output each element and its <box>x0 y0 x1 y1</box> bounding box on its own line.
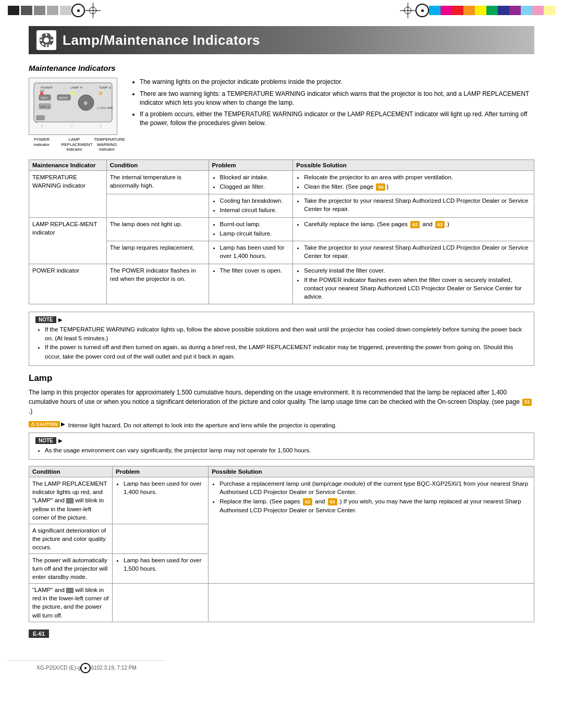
lamp-problem-4 <box>113 584 209 622</box>
lamp-col-problem: Problem <box>113 466 209 477</box>
reg-mark-bottom <box>80 663 91 673</box>
condition-lamp-1: The lamp does not light up. <box>106 218 209 241</box>
color-bars-left <box>8 6 71 15</box>
svg-text:⊙1: ⊙1 <box>40 89 44 92</box>
note-arrow-1: ▶ <box>58 317 63 323</box>
swatch-r2 <box>440 6 452 15</box>
swatch-r3 <box>452 6 463 15</box>
page-ref-51: 51 <box>522 399 532 406</box>
lamp-heading: Lamp <box>29 373 534 384</box>
svg-text:◁ VOLUME: ◁ VOLUME <box>96 106 113 109</box>
diagram-label-lamp: LAMP REPLACEMENT indicator <box>62 137 88 152</box>
condition-temp-2 <box>106 194 209 217</box>
svg-text:TEMP 🌡: TEMP 🌡 <box>99 86 112 89</box>
swatch-5 <box>60 6 71 15</box>
indicator-temp: TEMPERATURE WARNING indicator <box>29 170 107 217</box>
swatch-r7 <box>498 6 509 15</box>
problem-power: The filter cover is open. <box>209 264 293 304</box>
maintenance-bullets: The warning lights on the projector indi… <box>130 78 534 152</box>
title-bar: Lamp/Maintenance Indicators <box>29 26 534 54</box>
maintenance-section: POWER ⊙1 LAMP ☀ TEMP 🌡 ON I MUTE ⊕ ◁ VOL… <box>29 78 534 152</box>
maintenance-indicators-heading: Maintenance Indicators <box>29 64 534 72</box>
diagram-labels: POWER indicator LAMP REPLACEMENT indicat… <box>29 137 120 152</box>
note-item-1: If the TEMPERATURE WARNING indicator lig… <box>45 325 528 343</box>
page-ref-64: 64 <box>376 183 385 191</box>
note-list-2: As the usage environment can vary signif… <box>35 446 528 455</box>
caution-label: ⚠ CAUTION ▶ <box>29 421 65 427</box>
svg-point-26 <box>99 92 102 95</box>
page-code: E-61 <box>29 630 49 638</box>
lamp-solution-1: Purchase a replacement lamp unit (lamp/c… <box>209 477 534 584</box>
condition-lamp-2: The lamp requires replacement. <box>106 241 209 264</box>
note-label-2: NOTE <box>35 437 56 444</box>
reg-mark-right <box>415 4 429 17</box>
col-header-condition: Condition <box>106 159 209 170</box>
bottom-marks: XG-P25X/CD (E)-g 61 02.3.19, 7:12 PM <box>0 658 563 678</box>
caution-content: Intense light hazard. Do not attempt to … <box>68 421 337 429</box>
lamp-body-text: The lamp in this projector operates for … <box>29 388 534 416</box>
table-row-temp-1: TEMPERATURE WARNING indicator The intern… <box>29 170 534 194</box>
note-box-2: NOTE ▶ As the usage environment can vary… <box>29 433 534 460</box>
problem-temp-2: Cooling fan breakdown. Internal circuit … <box>209 194 293 217</box>
svg-text:OFF O: OFF O <box>40 105 50 108</box>
col-header-indicator: Maintenance Indicator <box>29 159 107 170</box>
reg-mark-left <box>71 4 85 17</box>
bullet-2: There are two warning lights: a TEMPERAT… <box>140 90 534 107</box>
lamp-condition-3: The power will automatically turn off an… <box>29 554 113 584</box>
svg-rect-27 <box>36 116 44 120</box>
swatch-r1 <box>429 6 440 15</box>
crosshair-circle-left <box>89 7 96 14</box>
lamp-problem-3: Lamp has been used for over 1,500 hours. <box>113 554 209 584</box>
lamp-condition-1: The LAMP REPLACEMENT indicator lights up… <box>29 477 113 524</box>
bullet-3: If a problem occurs, either the TEMPERAT… <box>140 110 534 128</box>
footer-pagenum: 61 <box>91 665 96 671</box>
swatch-r6 <box>486 6 498 15</box>
svg-text:LAMP ☀: LAMP ☀ <box>70 86 82 89</box>
note-header-1: NOTE ▶ <box>35 316 528 323</box>
crosshair-left <box>85 3 101 18</box>
footer-model: XG-P25X/CD (E)-g <box>36 665 80 671</box>
projector-diagram: POWER ⊙1 LAMP ☀ TEMP 🌡 ON I MUTE ⊕ ◁ VOL… <box>29 78 120 152</box>
indicator-power: POWER indicator <box>29 264 107 304</box>
problem-lamp-1: Burnt-out lamp. Lamp circuit failure. <box>209 218 293 241</box>
svg-rect-4 <box>40 40 42 41</box>
title-icon <box>36 30 56 50</box>
page-content: Lamp/Maintenance Indicators Maintenance … <box>0 21 563 653</box>
page-num-section: E-61 <box>29 630 534 638</box>
diagram-label-power: POWER indicator <box>29 137 55 152</box>
page-ref-63b: 63 <box>328 498 337 505</box>
lamp-condition-4: "LAMP" and will blink in red in the lowe… <box>29 584 113 622</box>
problem-temp-1: Blocked air intake. Clogged air filter. <box>209 170 293 194</box>
table-row-power: POWER indicator The POWER indicator flas… <box>29 264 534 304</box>
note-item-2: If the power is turned off and then turn… <box>45 343 528 361</box>
lamp-col-condition: Condition <box>29 466 113 477</box>
note-arrow-2: ▶ <box>58 438 63 443</box>
page-ref-62b: 62 <box>303 498 312 505</box>
note-item-3: As the usage environment can vary signif… <box>45 446 528 455</box>
solution-lamp-2: Take the projector to your nearest Sharp… <box>293 241 534 264</box>
swatch-2 <box>21 6 32 15</box>
reg-mark-left-inner <box>77 9 80 12</box>
note-list-1: If the TEMPERATURE WARNING indicator lig… <box>35 325 528 361</box>
col-header-solution: Possible Solution <box>293 159 534 170</box>
maintenance-table: Maintenance Indicator Condition Problem … <box>29 159 534 304</box>
swatch-r11 <box>544 6 555 15</box>
solution-power: Securely install the filter cover. If th… <box>293 264 534 304</box>
swatch-3 <box>34 6 45 15</box>
lamp-problem-1: Lamp has been used for over 1,400 hours. <box>113 477 209 524</box>
caution-arrow: ▶ <box>61 421 65 427</box>
reg-mark-right-inner <box>421 9 424 12</box>
swatch-r5 <box>475 6 486 15</box>
page-ref-62a: 62 <box>410 221 420 228</box>
print-marks-top <box>0 0 563 21</box>
svg-text:MUTE: MUTE <box>59 96 68 100</box>
indicator-lamp: LAMP REPLACE-MENT indicator <box>29 218 107 264</box>
lamp-condition-2: A significant deterioration of the pictu… <box>29 524 113 553</box>
solution-lamp-1: Carefully replace the lamp. (See pages 6… <box>293 218 534 241</box>
lamp-icon-inline-2 <box>66 588 74 593</box>
swatch-r8 <box>509 6 521 15</box>
swatch-r10 <box>532 6 544 15</box>
projector-image: POWER ⊙1 LAMP ☀ TEMP 🌡 ON I MUTE ⊕ ◁ VOL… <box>29 78 117 135</box>
crosshair-right <box>400 3 415 18</box>
col-header-problem: Problem <box>209 159 293 170</box>
